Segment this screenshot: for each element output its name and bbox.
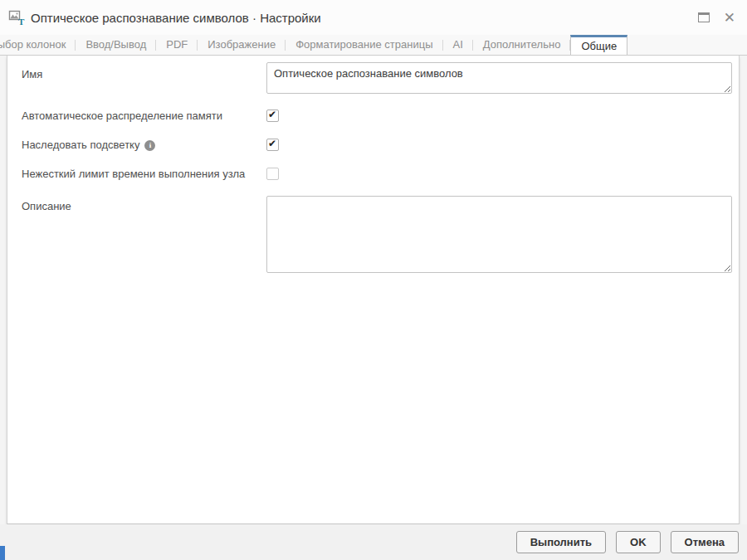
memory-policy-row: Автоматическое распределение памяти bbox=[15, 109, 732, 122]
tab-column-selection[interactable]: Выбор колонок bbox=[0, 35, 76, 55]
title-bar: T Оптическое распознавание символов · На… bbox=[0, 0, 747, 35]
tab-ai[interactable]: AI bbox=[443, 35, 473, 55]
close-icon[interactable]: ✕ bbox=[724, 11, 735, 25]
tab-page-formatting[interactable]: Форматирование страницы bbox=[286, 35, 442, 55]
tab-general[interactable]: Общие bbox=[570, 35, 627, 56]
soft-time-limit-label: Нежесткий лимит времени выполнения узла bbox=[15, 167, 266, 180]
settings-tab-bar: Выбор колонок Ввод/Вывод PDF Изображение… bbox=[0, 35, 747, 56]
tab-advanced[interactable]: Дополнительно bbox=[473, 35, 571, 55]
maximize-icon[interactable] bbox=[698, 12, 710, 22]
cancel-button[interactable]: Отмена bbox=[671, 531, 739, 553]
tab-image[interactable]: Изображение bbox=[198, 35, 286, 55]
inherit-highlight-label-text: Наследовать подсветку bbox=[22, 139, 139, 151]
info-icon[interactable]: i bbox=[144, 140, 155, 151]
tab-input-output[interactable]: Ввод/Вывод bbox=[76, 35, 156, 55]
memory-policy-label: Автоматическое распределение памяти bbox=[15, 109, 266, 122]
inherit-highlight-checkbox[interactable] bbox=[266, 139, 279, 151]
window-title: Оптическое распознавание символов · Наст… bbox=[31, 11, 321, 25]
svg-text:T: T bbox=[18, 17, 25, 26]
description-label: Описание bbox=[15, 196, 266, 212]
ok-button[interactable]: OK bbox=[616, 531, 661, 553]
name-input[interactable]: Оптическое распознавание символов bbox=[266, 62, 732, 94]
name-label: Имя bbox=[15, 62, 266, 80]
inherit-highlight-label: Наследовать подсветку i bbox=[15, 138, 266, 151]
inherit-highlight-row: Наследовать подсветку i bbox=[15, 138, 732, 151]
dialog-footer: Выполнить OK Отмена bbox=[0, 524, 747, 560]
description-input[interactable] bbox=[266, 196, 732, 273]
name-field-row: Имя Оптическое распознавание символов bbox=[15, 62, 732, 94]
execute-button[interactable]: Выполнить bbox=[516, 531, 606, 553]
tab-pdf[interactable]: PDF bbox=[156, 35, 198, 55]
description-field-row: Описание bbox=[15, 196, 732, 273]
general-settings-panel: Имя Оптическое распознавание символов Ав… bbox=[7, 56, 740, 524]
memory-policy-checkbox[interactable] bbox=[266, 110, 279, 122]
background-window-fragment bbox=[0, 546, 5, 560]
node-ocr-icon: T bbox=[8, 9, 25, 26]
soft-time-limit-row: Нежесткий лимит времени выполнения узла bbox=[15, 167, 732, 180]
soft-time-limit-checkbox[interactable] bbox=[266, 168, 279, 180]
